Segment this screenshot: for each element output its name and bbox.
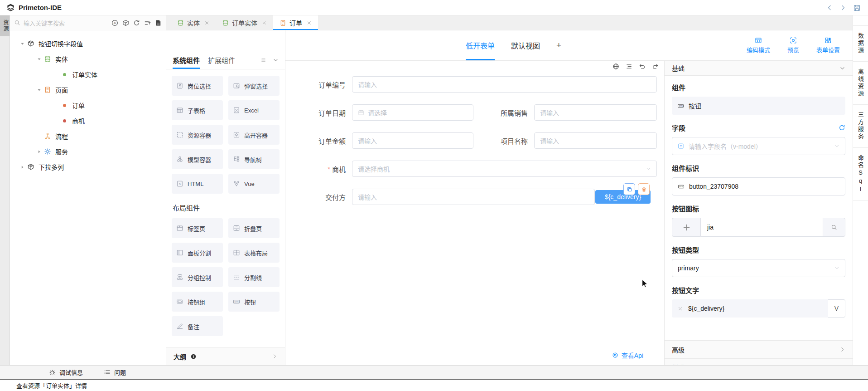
add-view-button[interactable]: + <box>556 30 561 60</box>
tree-item[interactable]: 订单实体 <box>10 67 166 82</box>
component-id-input[interactable]: BTN button_23707908 <box>672 177 845 196</box>
ai-icon[interactable]: AI <box>111 20 118 26</box>
doc-tab[interactable]: 订单实体 <box>216 15 273 30</box>
button-icon-input[interactable]: jia <box>701 218 823 237</box>
collapse-arrow-icon[interactable] <box>18 41 26 46</box>
palette-item[interactable]: 弹窗选择 <box>228 76 280 96</box>
collapse-arrow-icon[interactable] <box>35 88 43 93</box>
close-icon[interactable] <box>204 20 209 25</box>
text-input[interactable]: 请输入 <box>534 132 657 149</box>
palette-item[interactable]: 折叠页 <box>228 218 280 238</box>
section-basic[interactable]: 基础 <box>665 61 853 76</box>
palette-item[interactable]: 5HTML <box>172 174 223 194</box>
palette-item[interactable]: 表格布局 <box>228 243 280 263</box>
close-icon[interactable] <box>262 20 267 25</box>
tree-item[interactable]: 按钮切换字段值 <box>10 36 166 51</box>
close-icon[interactable] <box>307 20 312 25</box>
button-text-input[interactable]: ${c_delivery} <box>672 299 828 318</box>
doc-tab[interactable]: 订单 <box>273 15 318 30</box>
tree-item[interactable]: 页面 <box>10 82 166 98</box>
text-input[interactable]: 请输入 <box>352 189 595 205</box>
side-tab[interactable]: 离线资源 <box>853 62 868 105</box>
tab-system-components[interactable]: 系统组件 <box>173 51 200 69</box>
nav-forward-icon[interactable] <box>839 4 847 11</box>
palette-item-label: 按钮 <box>244 298 256 306</box>
problems-button[interactable]: 问题 <box>104 368 126 376</box>
palette-item[interactable]: 岗位选择 <box>172 76 223 96</box>
tree-item[interactable]: 服务 <box>10 144 166 159</box>
section-style[interactable]: 样式 <box>665 358 853 365</box>
expand-arrow-icon[interactable] <box>18 165 26 170</box>
sort-icon[interactable] <box>144 20 151 26</box>
view-api-link[interactable]: 查看Api <box>612 351 643 360</box>
tree-item[interactable]: 下拉多列 <box>10 159 166 175</box>
tree-item-label: 商机 <box>72 116 85 125</box>
tree-item[interactable]: 实体 <box>10 51 166 67</box>
chevron-right-icon[interactable] <box>272 353 278 359</box>
side-tab[interactable]: 命名Sql <box>853 148 868 201</box>
form-field: 请选择 <box>352 104 473 121</box>
plus-icon-preview[interactable] <box>672 218 701 237</box>
refresh-icon[interactable] <box>839 124 845 131</box>
form-field: 请选择商机 <box>352 161 657 177</box>
expand-arrow-icon[interactable] <box>35 149 43 154</box>
action-code[interactable]: 编码模式 <box>747 37 770 54</box>
undo-icon[interactable] <box>639 63 646 70</box>
tab-extension-components[interactable]: 扩展组件 <box>208 51 235 69</box>
palette-item[interactable]: 分割线 <box>228 267 280 287</box>
cube-icon[interactable] <box>122 20 129 26</box>
doc-tab[interactable]: 实体 <box>171 15 216 30</box>
collapse-arrow-icon[interactable] <box>35 57 43 62</box>
palette-item[interactable]: 备注 <box>172 316 223 336</box>
palette-item[interactable]: Vue <box>228 174 280 194</box>
palette-item[interactable]: 模型容器 <box>172 149 223 169</box>
refresh-icon[interactable] <box>133 20 140 26</box>
palette-menu-icon[interactable] <box>260 57 266 63</box>
date-input[interactable]: 请选择 <box>352 104 473 121</box>
palette-item[interactable]: 标签页 <box>172 218 223 238</box>
field-select[interactable]: T 请输入字段名（v-model） <box>672 137 845 155</box>
text-input[interactable]: 请输入 <box>352 76 657 93</box>
section-advanced[interactable]: 高级 <box>665 340 853 358</box>
text-input[interactable]: 请输入 <box>352 132 473 149</box>
save-icon[interactable] <box>853 4 861 12</box>
palette-item[interactable]: 分组控制 <box>172 267 223 287</box>
chevron-down-icon[interactable] <box>273 57 279 63</box>
action-preview[interactable]: 预览 <box>787 37 799 54</box>
palette-item[interactable]: 高开容器 <box>228 125 280 145</box>
search-input[interactable]: 输入关键字搜索 <box>14 19 109 27</box>
select-input[interactable]: 请选择商机 <box>352 161 657 177</box>
clear-icon[interactable] <box>677 306 683 312</box>
action-formset[interactable]: 表单设置 <box>816 37 840 54</box>
section-advanced-label: 高级 <box>672 345 685 354</box>
outline-icon[interactable] <box>626 63 632 70</box>
variable-toggle-button[interactable]: V <box>828 299 845 318</box>
copy-component-button[interactable] <box>623 183 635 195</box>
delete-component-button[interactable] <box>638 183 650 195</box>
tree-item[interactable]: 订单 <box>10 98 166 113</box>
view-tab[interactable]: 默认视图 <box>511 30 540 60</box>
side-tab[interactable]: 数据源 <box>853 25 868 62</box>
view-tab[interactable]: 低开表单 <box>466 30 495 60</box>
palette-item[interactable]: 子表格 <box>172 100 223 120</box>
darkdoc-icon[interactable] <box>155 20 162 26</box>
text-input[interactable]: 请输入 <box>534 104 657 121</box>
tree-item[interactable]: 流程 <box>10 128 166 144</box>
activity-strip: 资源 <box>0 15 10 365</box>
tree-item[interactable]: 商机 <box>10 113 166 128</box>
side-tab[interactable]: 三方服务 <box>853 105 868 148</box>
palette-item[interactable]: 导航树 <box>228 149 280 169</box>
nav-back-icon[interactable] <box>826 4 833 11</box>
button-type-select[interactable]: primary <box>672 259 845 277</box>
palette-item[interactable]: Excel <box>228 100 280 120</box>
globe-icon[interactable] <box>612 63 619 70</box>
redo-icon[interactable] <box>652 63 659 70</box>
debug-info-button[interactable]: 调试信息 <box>49 368 83 376</box>
activity-tab-resources[interactable]: 资源 <box>0 15 10 36</box>
palette-item[interactable]: 按钮组 <box>172 292 223 312</box>
icon-search-button[interactable] <box>823 218 845 237</box>
palette-item[interactable]: BTN按钮 <box>228 292 280 312</box>
palette-item[interactable]: 面板分割 <box>172 243 223 263</box>
outline-bar[interactable]: 大纲 <box>166 347 285 365</box>
palette-item[interactable]: 资源容器 <box>172 125 223 145</box>
